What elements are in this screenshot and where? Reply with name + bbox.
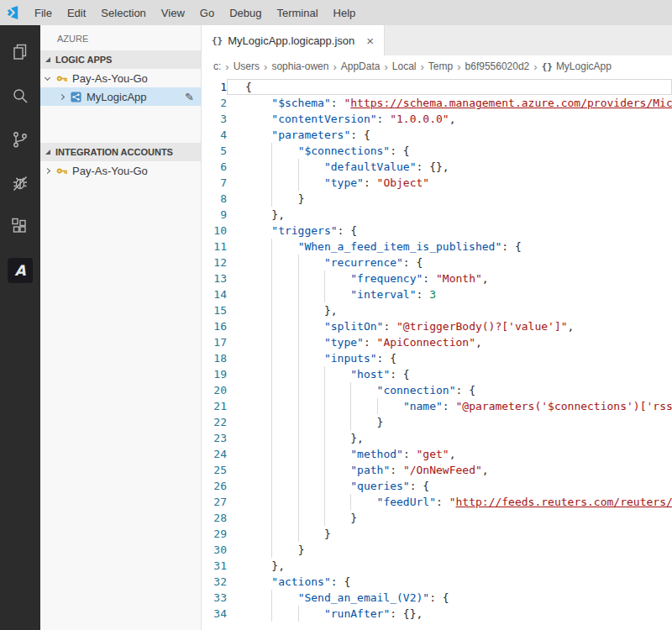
code-line-8[interactable]: 8 }	[202, 191, 672, 207]
chevron-right-icon[interactable]	[59, 93, 65, 99]
tab-mylogicapp-json[interactable]: {} MyLogicApp.logicapp.json ×	[202, 25, 385, 55]
breadcrumb-item-users[interactable]: Users	[234, 60, 260, 72]
code-line-18[interactable]: 18 "inputs": {	[202, 350, 672, 366]
code-line-29[interactable]: 29 }	[202, 526, 672, 542]
explorer-icon[interactable]	[0, 30, 40, 74]
tab-close-icon[interactable]: ×	[366, 34, 374, 48]
code-line-10[interactable]: 10 "triggers": {	[202, 223, 672, 239]
code-line-28[interactable]: 28 }	[202, 510, 672, 526]
section-header-logic-apps[interactable]: LOGIC APPS	[40, 50, 201, 69]
code-token: :	[417, 288, 430, 301]
code-token: "parameters"	[271, 129, 350, 141]
source-control-icon[interactable]	[0, 118, 40, 161]
breadcrumb-item-appdata[interactable]: AppData	[341, 60, 381, 72]
chevron-down-icon[interactable]	[45, 74, 50, 80]
breadcrumb-separator: ›	[421, 60, 424, 73]
tree-item-pay-as-you-go[interactable]: Pay-As-You-Go	[40, 161, 201, 180]
code-token: }	[350, 512, 357, 524]
code-line-24[interactable]: 24 "method": "get",	[202, 446, 672, 462]
code-line-16[interactable]: 16 "splitOn": "@triggerBody()?['value']"…	[202, 318, 672, 334]
indent-guide	[271, 478, 297, 494]
menu-item-terminal[interactable]: Terminal	[269, 7, 325, 19]
code-line-5[interactable]: 5 "$connections": {	[202, 143, 672, 159]
code-line-30[interactable]: 30 }	[202, 542, 672, 558]
code-line-2[interactable]: 2 "$schema": "https://schema.management.…	[202, 95, 672, 111]
indent-guide	[245, 255, 271, 270]
line-number: 2	[202, 95, 227, 111]
breadcrumb-item-c[interactable]: c:	[213, 60, 221, 72]
chevron-right-icon[interactable]	[45, 167, 50, 173]
code-token: "connection"	[377, 384, 456, 396]
code-line-12[interactable]: 12 "recurrence": {	[202, 255, 672, 270]
azure-icon[interactable]: A	[0, 249, 40, 292]
menu-item-file[interactable]: File	[27, 7, 60, 19]
extensions-icon[interactable]	[0, 205, 40, 249]
code-token: ,	[568, 320, 575, 333]
menu-item-selection[interactable]: Selection	[93, 7, 153, 19]
breadcrumb-item-local[interactable]: Local	[392, 60, 417, 72]
breadcrumb-item-b6f9556020d2[interactable]: b6f9556020d2	[465, 60, 530, 72]
code-line-20[interactable]: 20 "connection": {	[202, 382, 672, 398]
code-token: :	[364, 336, 377, 349]
breadcrumb-item-mylogicapp[interactable]: {}MyLogicApp	[542, 60, 612, 72]
code-line-19[interactable]: 19 "host": {	[202, 366, 672, 382]
code-line-4[interactable]: 4 "parameters": {	[202, 127, 672, 143]
line-number: 23	[202, 430, 227, 446]
code-line-27[interactable]: 27 "feedUrl": "http://feeds.reuters.com/…	[202, 494, 672, 510]
code-token: "1.0.0.0"	[390, 113, 449, 125]
line-number: 32	[202, 574, 227, 590]
indent-guide	[271, 398, 297, 414]
code-line-7[interactable]: 7 "type": "Object"	[202, 175, 672, 191]
section-header-integration-accounts[interactable]: INTEGRATION ACCOUNTS	[40, 143, 201, 161]
indent-guide	[245, 574, 271, 590]
line-number: 16	[202, 318, 227, 334]
code-line-31[interactable]: 31 },	[202, 558, 672, 574]
menu-item-help[interactable]: Help	[326, 7, 364, 19]
code-line-32[interactable]: 32 "actions": {	[202, 574, 672, 590]
line-content: "splitOn": "@triggerBody()?['value']",	[227, 318, 672, 334]
code-line-11[interactable]: 11 "When_a_feed_item_is_published": {	[202, 239, 672, 255]
code-line-1[interactable]: 1{	[202, 79, 672, 95]
code-line-6[interactable]: 6 "defaultValue": {},	[202, 159, 672, 175]
section-twistie-icon	[45, 57, 50, 62]
search-icon[interactable]	[0, 74, 40, 118]
code-line-34[interactable]: 34 "runAfter": {},	[202, 606, 672, 622]
code-line-21[interactable]: 21 "name": "@parameters('$connections')[…	[202, 398, 672, 414]
indent-guide	[245, 143, 271, 159]
code-token: "triggers"	[271, 224, 337, 237]
breadcrumb-item-temp[interactable]: Temp	[428, 60, 453, 72]
code-line-17[interactable]: 17 "type": "ApiConnection",	[202, 334, 672, 350]
code-token: "inputs"	[324, 352, 377, 365]
code-line-33[interactable]: 33 "Send_an_email_(V2)": {	[202, 590, 672, 606]
code-token: "method"	[350, 448, 403, 460]
code-line-25[interactable]: 25 "path": "/OnNewFeed",	[202, 462, 672, 478]
edit-pencil-icon[interactable]: ✎	[185, 91, 194, 103]
code-line-3[interactable]: 3 "contentVersion": "1.0.0.0",	[202, 111, 672, 127]
code-line-15[interactable]: 15 },	[202, 302, 672, 318]
debug-icon[interactable]	[0, 161, 40, 205]
line-content: },	[227, 558, 672, 574]
json-file-icon: {}	[542, 61, 553, 72]
code-token: :	[331, 97, 344, 109]
tree-item-mylogicapp[interactable]: MyLogicApp✎	[40, 87, 201, 106]
code-line-14[interactable]: 14 "interval": 3	[202, 286, 672, 302]
menu-item-view[interactable]: View	[154, 7, 192, 19]
breadcrumb-item-sophia-owen[interactable]: sophia-owen	[271, 60, 328, 72]
code-line-22[interactable]: 22 }	[202, 414, 672, 430]
code-line-9[interactable]: 9 },	[202, 207, 672, 223]
code-line-26[interactable]: 26 "queries": {	[202, 478, 672, 494]
menu-item-debug[interactable]: Debug	[222, 7, 269, 19]
menu-items: FileEditSelectionViewGoDebugTerminalHelp	[27, 7, 363, 19]
indent-guide	[298, 382, 324, 398]
code-line-13[interactable]: 13 "frequency": "Month",	[202, 270, 672, 286]
tree-item-pay-as-you-go[interactable]: Pay-As-You-Go	[40, 69, 201, 87]
breadcrumb-separator: ›	[384, 60, 387, 73]
code-line-23[interactable]: 23 },	[202, 430, 672, 446]
code-editor[interactable]: 1{2 "$schema": "https://schema.managemen…	[202, 77, 672, 630]
code-token: "contentVersion"	[271, 113, 376, 125]
menu-item-edit[interactable]: Edit	[60, 7, 93, 19]
line-number: 19	[202, 366, 227, 382]
code-token: "type"	[324, 176, 364, 189]
code-token: "$connections"	[298, 144, 391, 157]
menu-item-go[interactable]: Go	[192, 7, 222, 19]
